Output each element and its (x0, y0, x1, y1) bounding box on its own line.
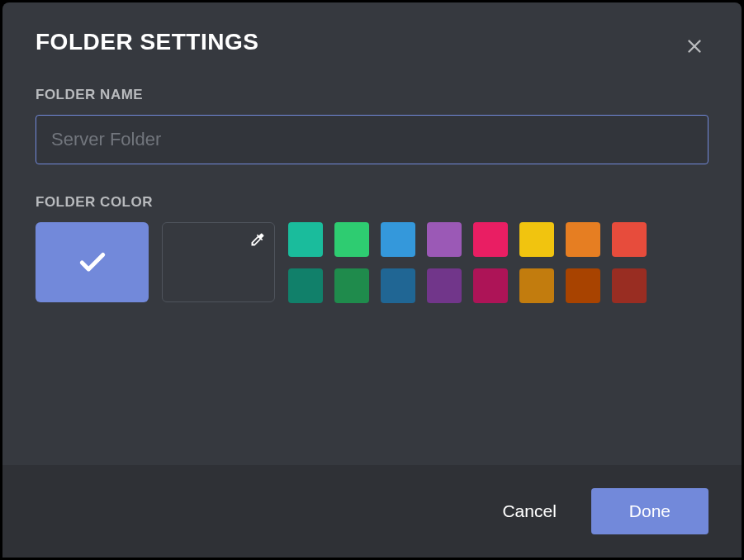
close-icon (684, 36, 705, 57)
modal-title: FOLDER SETTINGS (36, 29, 258, 55)
color-swatch[interactable] (519, 222, 554, 257)
color-swatch[interactable] (473, 268, 508, 303)
folder-name-label: FOLDER NAME (36, 87, 708, 103)
modal-header: FOLDER SETTINGS (2, 2, 742, 60)
color-picker-row (36, 222, 708, 303)
color-swatch[interactable] (612, 222, 647, 257)
folder-color-label: FOLDER COLOR (36, 194, 708, 211)
color-swatch[interactable] (566, 268, 600, 303)
default-color-swatch[interactable] (36, 222, 149, 302)
folder-color-section: FOLDER COLOR (36, 194, 708, 303)
color-swatch[interactable] (334, 222, 369, 257)
folder-name-input[interactable] (36, 115, 708, 164)
color-swatch[interactable] (288, 268, 323, 303)
color-swatch[interactable] (427, 268, 462, 303)
modal-footer: Cancel Done (2, 465, 742, 558)
done-button[interactable]: Done (591, 488, 708, 534)
close-button[interactable] (680, 32, 708, 60)
color-swatch[interactable] (427, 222, 462, 257)
folder-settings-modal: FOLDER SETTINGS FOLDER NAME FOLDER COLOR (2, 2, 742, 558)
color-swatch[interactable] (566, 222, 600, 257)
color-swatch[interactable] (334, 268, 369, 303)
checkmark-icon (77, 247, 108, 278)
color-swatch[interactable] (519, 268, 554, 303)
eyedropper-icon (249, 231, 266, 251)
color-swatch-grid (288, 222, 647, 303)
color-swatch[interactable] (612, 268, 647, 303)
color-swatch[interactable] (288, 222, 323, 257)
color-swatch[interactable] (381, 268, 415, 303)
cancel-button[interactable]: Cancel (487, 490, 571, 533)
modal-body: FOLDER NAME FOLDER COLOR (2, 60, 742, 465)
swatch-row-1 (288, 222, 647, 257)
swatch-row-2 (288, 268, 647, 303)
color-swatch[interactable] (473, 222, 508, 257)
color-swatch[interactable] (381, 222, 415, 257)
custom-color-swatch[interactable] (162, 222, 275, 302)
